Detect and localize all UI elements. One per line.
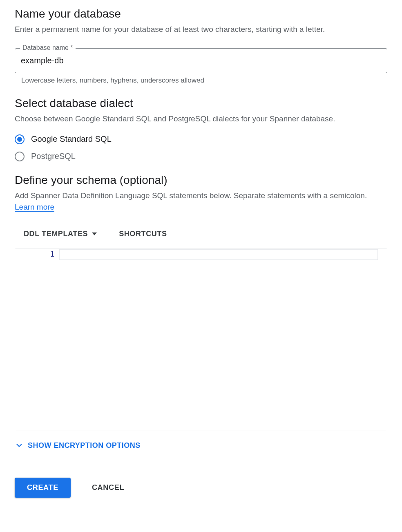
database-name-label: Database name *: [20, 44, 76, 51]
ddl-editor: 1: [15, 248, 387, 431]
editor-line-gutter: 1: [15, 248, 59, 431]
database-name-helper: Lowercase letters, numbers, hyphens, und…: [15, 76, 387, 85]
ddl-templates-label: DDL TEMPLATES: [24, 230, 88, 238]
schema-heading: Define your schema (optional): [15, 173, 387, 188]
shortcuts-label: SHORTCUTS: [119, 230, 167, 238]
name-database-description: Enter a permanent name for your database…: [15, 24, 387, 35]
dialect-option-label: Google Standard SQL: [31, 134, 112, 144]
radio-unselected-icon: [15, 152, 25, 161]
dialect-radio-group: Google Standard SQL PostgreSQL: [15, 134, 387, 161]
ddl-editor-textarea[interactable]: [59, 248, 387, 431]
shortcuts-button[interactable]: SHORTCUTS: [119, 227, 167, 241]
schema-description: Add Spanner Data Definition Language SQL…: [15, 190, 387, 212]
cancel-button[interactable]: CANCEL: [89, 478, 127, 498]
editor-line-number: 1: [15, 250, 54, 258]
database-name-field-wrap: Database name * Lowercase letters, numbe…: [15, 48, 387, 85]
database-name-input[interactable]: [15, 49, 387, 73]
ddl-templates-dropdown[interactable]: DDL TEMPLATES: [24, 227, 97, 241]
editor-content-area: [59, 248, 387, 431]
show-encryption-options-toggle[interactable]: SHOW ENCRYPTION OPTIONS: [15, 441, 141, 450]
schema-section: Define your schema (optional) Add Spanne…: [15, 173, 387, 452]
show-encryption-options-label: SHOW ENCRYPTION OPTIONS: [28, 441, 141, 450]
caret-down-icon: [92, 232, 97, 235]
schema-toolbar: DDL TEMPLATES SHORTCUTS: [15, 227, 387, 241]
name-database-heading: Name your database: [15, 7, 387, 21]
chevron-down-icon: [15, 441, 24, 450]
dialect-section: Select database dialect Choose between G…: [15, 96, 387, 161]
dialect-option-label: PostgreSQL: [31, 152, 76, 161]
schema-description-text: Add Spanner Data Definition Language SQL…: [15, 191, 367, 200]
dialect-option-google-standard-sql[interactable]: Google Standard SQL: [15, 134, 387, 144]
dialect-heading: Select database dialect: [15, 96, 387, 111]
database-name-field-outline: Database name *: [15, 48, 387, 73]
learn-more-link[interactable]: Learn more: [15, 203, 54, 212]
dialect-option-postgresql[interactable]: PostgreSQL: [15, 152, 387, 161]
dialect-description: Choose between Google Standard SQL and P…: [15, 113, 387, 125]
name-database-section: Name your database Enter a permanent nam…: [15, 7, 387, 85]
radio-selected-icon: [15, 134, 25, 144]
create-button[interactable]: CREATE: [15, 478, 71, 498]
footer-actions: CREATE CANCEL: [15, 478, 387, 498]
